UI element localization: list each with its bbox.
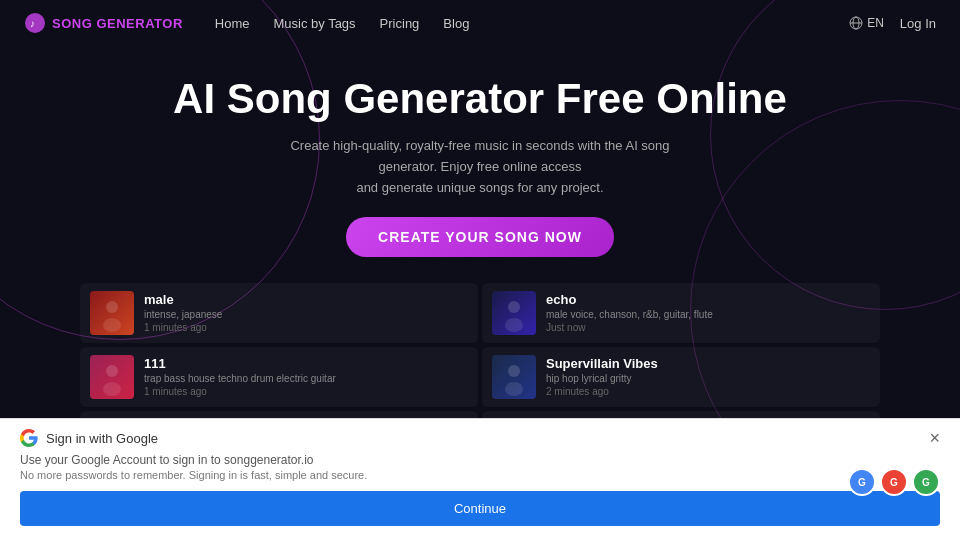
logo[interactable]: ♪ SONG GENERATOR [24,12,183,34]
google-signin-description: Use your Google Account to sign in to so… [20,453,940,467]
logo-label: SONG GENERATOR [52,16,183,31]
song-title: 111 [144,356,468,371]
thumb-art [492,291,536,335]
svg-point-12 [106,365,118,377]
svg-point-13 [103,382,121,396]
google-icon-green: G [912,468,940,496]
create-song-button[interactable]: CREATE YOUR SONG NOW [346,217,614,257]
nav-right: EN Log In [849,16,936,31]
nav-home[interactable]: Home [215,16,250,31]
song-title: Supervillain Vibes [546,356,870,371]
svg-point-10 [505,318,523,332]
nav-music-by-tags[interactable]: Music by Tags [273,16,355,31]
google-decorative-icons: G G G [848,468,940,496]
svg-point-15 [508,365,520,377]
google-bar-header: Sign in with Google × [20,429,940,447]
hero-description: Create high-quality, royalty-free music … [270,136,690,198]
google-signin-subdesc: No more passwords to remember. Signing i… [20,469,940,481]
song-thumbnail [90,291,134,335]
hero-title: AI Song Generator Free Online [20,74,940,124]
svg-point-0 [25,13,45,33]
google-bar-title: Sign in with Google [20,429,158,447]
google-icon-blue: G [848,468,876,496]
svg-point-9 [508,301,520,313]
google-icon-red: G [880,468,908,496]
language-selector[interactable]: EN [849,16,884,30]
nav-pricing[interactable]: Pricing [380,16,420,31]
song-card[interactable]: echomale voice, chanson, r&b, guitar, fl… [482,283,880,343]
song-card[interactable]: maleintense, japanese1 minutes ago [80,283,478,343]
song-time: Just now [546,322,870,333]
nav-links: Home Music by Tags Pricing Blog [215,14,470,32]
song-title: echo [546,292,870,307]
song-info: maleintense, japanese1 minutes ago [144,292,468,333]
song-tags: intense, japanese [144,309,468,320]
song-time: 1 minutes ago [144,322,468,333]
song-time: 1 minutes ago [144,386,468,397]
song-info: echomale voice, chanson, r&b, guitar, fl… [546,292,870,333]
thumb-art [90,291,134,335]
song-card[interactable]: Supervillain Vibeship hop lyrical gritty… [482,347,880,407]
song-title: male [144,292,468,307]
song-tags: male voice, chanson, r&b, guitar, flute [546,309,870,320]
nav-blog[interactable]: Blog [443,16,469,31]
thumb-art [90,355,134,399]
thumb-art [492,355,536,399]
song-info: 111trap bass house techno drum electric … [144,356,468,397]
navbar: ♪ SONG GENERATOR Home Music by Tags Pric… [0,0,960,46]
hero-section: AI Song Generator Free Online Create hig… [0,46,960,275]
close-button[interactable]: × [929,429,940,447]
svg-point-16 [505,382,523,396]
svg-point-6 [106,301,118,313]
continue-button[interactable]: Continue [20,491,940,526]
song-thumbnail [492,355,536,399]
song-card[interactable]: 111trap bass house techno drum electric … [80,347,478,407]
translate-icon [849,16,863,30]
song-thumbnail [492,291,536,335]
login-button[interactable]: Log In [900,16,936,31]
song-thumbnail [90,355,134,399]
google-signin-bar: Sign in with Google × Use your Google Ac… [0,418,960,540]
logo-icon: ♪ [24,12,46,34]
song-tags: trap bass house techno drum electric gui… [144,373,468,384]
google-g-icon [20,429,38,447]
svg-point-7 [103,318,121,332]
song-time: 2 minutes ago [546,386,870,397]
song-info: Supervillain Vibeship hop lyrical gritty… [546,356,870,397]
song-tags: hip hop lyrical gritty [546,373,870,384]
svg-text:♪: ♪ [30,18,35,29]
